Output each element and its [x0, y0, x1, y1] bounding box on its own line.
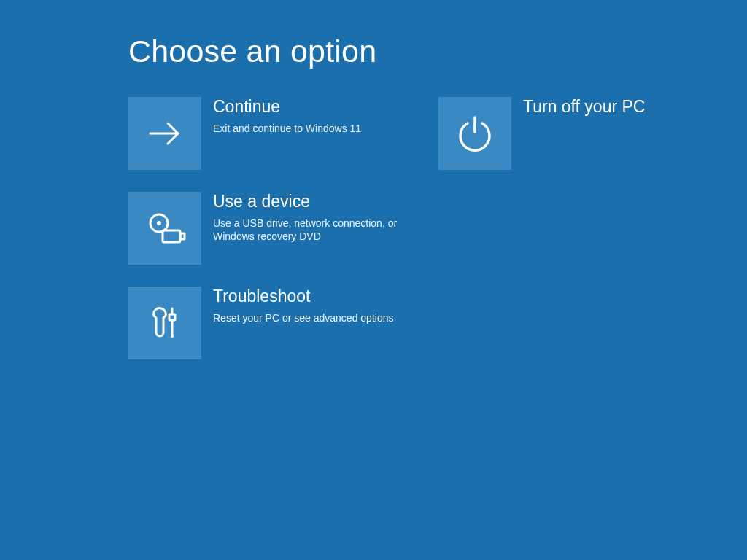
page-title: Choose an option [128, 34, 747, 69]
right-column: Turn off your PC [438, 97, 727, 381]
option-title: Use a device [213, 192, 410, 212]
option-continue[interactable]: Continue Exit and continue to Windows 11 [128, 97, 417, 170]
svg-rect-3 [163, 230, 180, 242]
arrow-right-icon [128, 97, 201, 170]
option-troubleshoot-text: Troubleshoot Reset your PC or see advanc… [213, 287, 393, 324]
option-use-device-text: Use a device Use a USB drive, network co… [213, 192, 410, 244]
option-title: Turn off your PC [523, 97, 645, 117]
option-desc: Use a USB drive, network connection, or … [213, 217, 410, 244]
option-desc: Reset your PC or see advanced options [213, 311, 393, 325]
tools-icon [128, 287, 201, 359]
svg-point-8 [171, 335, 174, 338]
option-title: Troubleshoot [213, 287, 393, 307]
option-use-device[interactable]: Use a device Use a USB drive, network co… [128, 192, 417, 265]
winre-choose-option-screen: Choose an option Continue Exit and conti… [0, 0, 747, 560]
option-turn-off[interactable]: Turn off your PC [438, 97, 727, 170]
svg-rect-4 [180, 233, 185, 239]
left-column: Continue Exit and continue to Windows 11… [128, 97, 417, 381]
power-icon [438, 97, 511, 170]
option-desc: Exit and continue to Windows 11 [213, 122, 361, 136]
option-continue-text: Continue Exit and continue to Windows 11 [213, 97, 361, 135]
usb-device-icon [128, 192, 201, 265]
option-turn-off-text: Turn off your PC [523, 97, 645, 122]
option-troubleshoot[interactable]: Troubleshoot Reset your PC or see advanc… [128, 287, 417, 359]
option-columns: Continue Exit and continue to Windows 11… [128, 97, 747, 381]
svg-point-2 [157, 221, 161, 225]
option-title: Continue [213, 97, 361, 117]
